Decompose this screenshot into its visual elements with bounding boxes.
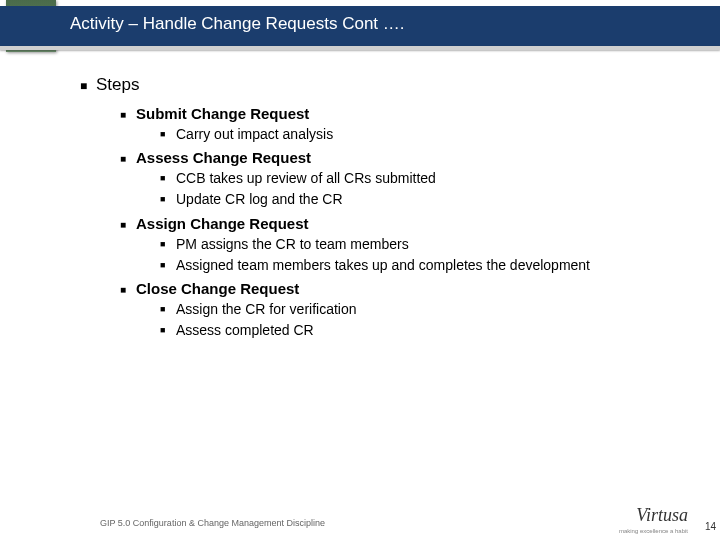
step-title: Assign Change Request (136, 215, 309, 232)
step-item: ■ Assess Change Request (120, 149, 680, 166)
square-bullet-icon: ■ (80, 79, 88, 93)
step-sub-item: ■ PM assigns the CR to team members (160, 235, 680, 253)
content-area: ■ Steps ■ Submit Change Request ■ Carry … (80, 75, 680, 339)
step-title: Close Change Request (136, 280, 299, 297)
step-sub-item: ■ CCB takes up review of all CRs submitt… (160, 169, 680, 187)
square-bullet-icon: ■ (160, 239, 168, 251)
square-bullet-icon: ■ (160, 194, 168, 206)
step-sub-text: Carry out impact analysis (176, 125, 333, 143)
step-title: Assess Change Request (136, 149, 311, 166)
step-sub-item: ■ Assigned team members takes up and com… (160, 256, 680, 274)
slide-title: Activity – Handle Change Requests Cont …… (70, 14, 405, 34)
step-item: ■ Submit Change Request (120, 105, 680, 122)
step-sub-text: CCB takes up review of all CRs submitted (176, 169, 436, 187)
step-sub-item: ■ Assess completed CR (160, 321, 680, 339)
step-item: ■ Close Change Request (120, 280, 680, 297)
step-sub-item: ■ Update CR log and the CR (160, 190, 680, 208)
step-sub-text: PM assigns the CR to team members (176, 235, 409, 253)
steps-label: Steps (96, 75, 139, 95)
title-underline (0, 46, 720, 50)
step-sub-text: Assigned team members takes up and compl… (176, 256, 590, 274)
square-bullet-icon: ■ (120, 284, 128, 295)
step-sub-text: Assess completed CR (176, 321, 314, 339)
square-bullet-icon: ■ (160, 325, 168, 337)
square-bullet-icon: ■ (120, 153, 128, 164)
steps-heading: ■ Steps (80, 75, 680, 95)
brand-tagline: making excellence a habit (619, 528, 688, 534)
step-title: Submit Change Request (136, 105, 309, 122)
footer-text: GIP 5.0 Configuration & Change Managemen… (100, 518, 325, 528)
step-item: ■ Assign Change Request (120, 215, 680, 232)
square-bullet-icon: ■ (160, 304, 168, 316)
step-sub-text: Assign the CR for verification (176, 300, 357, 318)
page-number: 14 (705, 521, 716, 532)
step-sub-item: ■ Assign the CR for verification (160, 300, 680, 318)
step-sub-item: ■ Carry out impact analysis (160, 125, 680, 143)
step-sub-text: Update CR log and the CR (176, 190, 343, 208)
square-bullet-icon: ■ (120, 219, 128, 230)
square-bullet-icon: ■ (160, 129, 168, 141)
square-bullet-icon: ■ (120, 109, 128, 120)
square-bullet-icon: ■ (160, 260, 168, 272)
brand-logo: Virtusa (636, 505, 688, 526)
square-bullet-icon: ■ (160, 173, 168, 185)
